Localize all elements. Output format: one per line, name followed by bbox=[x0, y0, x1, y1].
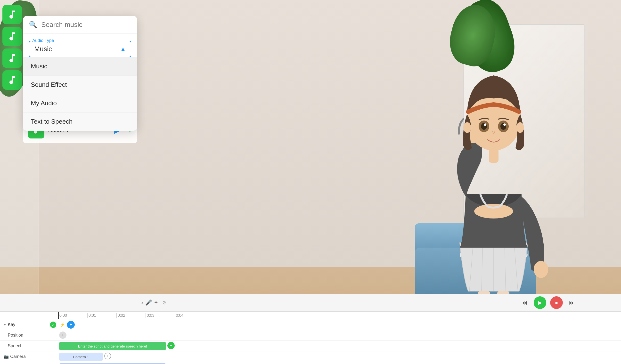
skip-forward-button[interactable]: ⏭ bbox=[567, 297, 577, 308]
chevron-up-icon: ▲ bbox=[120, 46, 126, 52]
camera-track-content: Camera 1 + bbox=[58, 351, 621, 362]
expand-icon[interactable]: ▾ bbox=[4, 322, 6, 327]
speech-label: Speech bbox=[0, 343, 58, 348]
filter-icon[interactable]: ⚙ bbox=[162, 300, 166, 306]
audio-type-label: Audio Type bbox=[31, 38, 55, 43]
audio-type-section: Audio Type Music ▲ bbox=[23, 34, 137, 57]
audio-dropdown-card: 🔍 Audio Type Music ▲ Music Sound Effect … bbox=[23, 16, 137, 131]
ruler-mark-4: 0:04 bbox=[175, 313, 204, 318]
background-track-content: Background bbox=[58, 362, 621, 364]
stop-button[interactable]: ■ bbox=[550, 296, 563, 309]
character-row: ▾ Kay ✓ ⚡ + bbox=[0, 319, 621, 330]
audio-type-select[interactable]: Music ▲ bbox=[29, 41, 131, 57]
timeline-ruler: 0:00 0:01 0:02 0:03 0:04 bbox=[0, 312, 621, 319]
ruler-mark-2: 0:02 bbox=[116, 313, 146, 318]
position-label: Position bbox=[0, 333, 58, 338]
position-track: Position + bbox=[0, 330, 621, 341]
ruler-mark-0: 0:00 bbox=[58, 313, 87, 318]
character-name: Kay bbox=[8, 322, 15, 327]
svg-rect-20 bbox=[489, 148, 499, 163]
character-track-content: ⚡ + bbox=[58, 321, 621, 329]
camera-label: Camera bbox=[10, 354, 26, 359]
character-expand-circle[interactable]: ✓ bbox=[50, 322, 56, 328]
dropdown-item-text-to-speech[interactable]: Text to Speech bbox=[23, 113, 137, 131]
search-icon: 🔍 bbox=[29, 21, 37, 29]
ruler-marks: 0:00 0:01 0:02 0:03 0:04 bbox=[58, 313, 621, 318]
svg-point-19 bbox=[516, 122, 524, 133]
svg-point-18 bbox=[463, 122, 471, 133]
speech-add-btn[interactable]: + bbox=[167, 342, 175, 349]
character bbox=[415, 37, 572, 303]
svg-point-16 bbox=[484, 123, 486, 126]
speech-track-content: Enter the script and generate speech her… bbox=[58, 341, 621, 351]
background-track: 🖼 Background Background bbox=[0, 362, 621, 364]
audio-type-dropdown-menu: Music Sound Effect My Audio Text to Spee… bbox=[23, 57, 137, 131]
camera-add-btn[interactable]: + bbox=[104, 353, 111, 359]
position-add-btn[interactable]: + bbox=[59, 331, 67, 339]
speech-block[interactable]: Enter the script and generate speech her… bbox=[59, 342, 166, 350]
svg-point-10 bbox=[534, 261, 548, 278]
timeline-controls: ♪ 🎤 ✦ ⚙ ⏮ ▶ ■ ⏭ bbox=[0, 294, 621, 312]
svg-point-8 bbox=[474, 204, 513, 218]
camera-track: 📷 Camera Camera 1 + bbox=[0, 351, 621, 362]
character-label-area: ▾ Kay ✓ bbox=[0, 322, 58, 328]
sun-icon[interactable]: ✦ bbox=[154, 299, 158, 306]
dropdown-item-sound-effect[interactable]: Sound Effect bbox=[23, 76, 137, 94]
toolbar-icons-group: ♪ 🎤 ✦ ⚙ bbox=[141, 299, 166, 306]
ruler-mark-1: 0:01 bbox=[87, 313, 116, 318]
speech-track: Speech Enter the script and generate spe… bbox=[0, 341, 621, 351]
time-cursor bbox=[58, 312, 59, 319]
bolt-icon: ⚡ bbox=[60, 322, 65, 327]
sidebar-icon-3[interactable] bbox=[2, 49, 22, 68]
position-track-content: + bbox=[58, 330, 621, 340]
skip-back-button[interactable]: ⏮ bbox=[519, 297, 530, 308]
camera-icon: 📷 bbox=[4, 354, 9, 359]
timeline-area: ♪ 🎤 ✦ ⚙ ⏮ ▶ ■ ⏭ 0:00 0:01 0:02 0:03 0:04… bbox=[0, 294, 621, 364]
add-block-button[interactable]: + bbox=[67, 321, 75, 329]
sidebar-icon-1[interactable] bbox=[2, 5, 22, 24]
camera-label-area: 📷 Camera bbox=[0, 354, 58, 359]
audio-type-value: Music bbox=[34, 45, 52, 53]
play-button[interactable]: ▶ bbox=[534, 296, 546, 309]
svg-point-17 bbox=[503, 123, 506, 126]
ruler-mark-3: 0:03 bbox=[146, 313, 175, 318]
dropdown-item-music[interactable]: Music bbox=[23, 57, 137, 76]
mic-icon[interactable]: 🎤 bbox=[145, 299, 152, 306]
dropdown-item-my-audio[interactable]: My Audio bbox=[23, 94, 137, 113]
sidebar-icon-4[interactable] bbox=[2, 70, 22, 90]
sidebar-icon-2[interactable] bbox=[2, 27, 22, 46]
search-input[interactable] bbox=[41, 21, 131, 29]
camera-block[interactable]: Camera 1 bbox=[59, 353, 103, 361]
music-note-icon[interactable]: ♪ bbox=[141, 299, 143, 306]
search-bar: 🔍 bbox=[23, 16, 137, 34]
